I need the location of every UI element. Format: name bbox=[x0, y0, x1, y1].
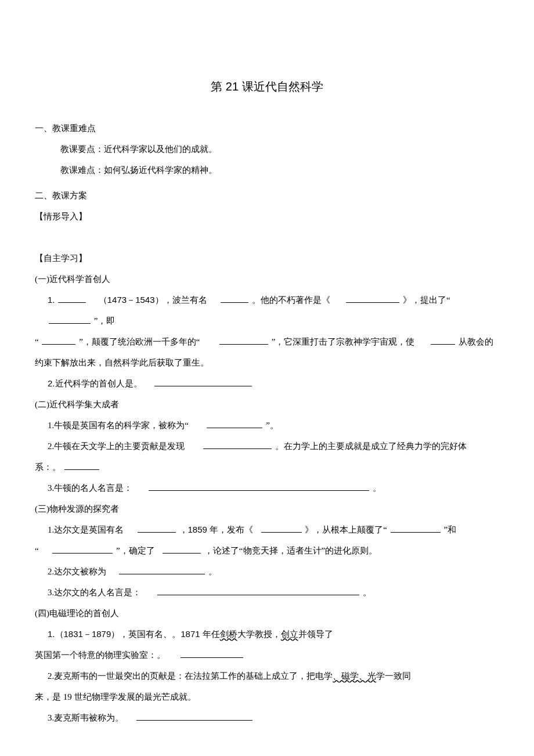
text: 英国第一个特意的物理实验室：。 bbox=[35, 650, 165, 660]
fill-blank[interactable] bbox=[138, 525, 176, 533]
self-study-heading: 【自主学习】 bbox=[35, 248, 499, 269]
q-4-1-line2: 英国第一个特意的物理实验室：。 bbox=[35, 645, 499, 665]
q-3-3: 3.达尔文的名人名言是： 。 bbox=[35, 582, 499, 603]
q-2-3: 3.牛顿的名人名言是： 。 bbox=[35, 478, 499, 498]
text: 2.牛顿在天文学上的主要贡献是发现 bbox=[48, 442, 185, 451]
fill-blank[interactable] bbox=[64, 462, 99, 471]
text: 》，从根本上颠覆了“ bbox=[305, 525, 387, 534]
situation-intro-heading: 【情形导入】 bbox=[35, 206, 499, 227]
fill-blank[interactable] bbox=[219, 337, 268, 345]
text: 系：。 bbox=[35, 462, 61, 472]
fill-blank[interactable] bbox=[49, 316, 91, 324]
text: 从教会的 bbox=[459, 337, 493, 346]
q-4-2-line1: 2.麦克斯韦的一世最突出的页献是：在法拉第工作的基础上成立了，把电学、磁学、光学… bbox=[35, 665, 499, 686]
text: ”，即 bbox=[94, 316, 116, 325]
q-2-2-line2: 系：。 bbox=[35, 457, 499, 478]
text: ”，它深重打击了宗教神学宇宙观，使 bbox=[272, 337, 415, 346]
q-1-2: 2.近代科学的首创人是。 bbox=[35, 373, 499, 394]
item-number: 1. bbox=[48, 295, 55, 305]
subsection-3-heading: (三)物种发源的探究者 bbox=[35, 498, 499, 519]
page: 第 21 课近代自然科学 一、教课重难点 教课要点：近代科学家以及他们的成就。 … bbox=[0, 0, 534, 756]
wavy-text: 创立 bbox=[281, 630, 298, 639]
fill-blank[interactable] bbox=[136, 712, 252, 721]
fill-blank[interactable] bbox=[157, 587, 359, 596]
teaching-point: 教课要点：近代科学家以及他们的成就。 bbox=[35, 139, 499, 160]
text: 1.达尔文是英国有名 bbox=[48, 525, 124, 534]
q-3-1-line2: “ ”，确定了 ，论述了“物竞天择，适者生计”的进化原则。 bbox=[35, 540, 499, 561]
q-2-1: 1.牛顿是英国有名的科学家，被称为“ ”。 bbox=[35, 415, 499, 436]
fill-blank[interactable] bbox=[42, 337, 75, 345]
text: 。 bbox=[363, 588, 371, 597]
subsection-4-heading: (四)电磁理论的首创人 bbox=[35, 603, 499, 624]
text: 1.（1831－1879），英国有名、。1871 年任 bbox=[48, 629, 220, 639]
text: 并领导了 bbox=[298, 630, 333, 639]
text: ”，确定了 bbox=[116, 546, 155, 555]
text: “ bbox=[35, 337, 39, 346]
text: ”和 bbox=[443, 525, 456, 534]
text: 。在力学上的主要成就是成立了经典力学的完好体 bbox=[275, 442, 467, 451]
q-1-1-line2: “ ”，颠覆了统治欧洲一千多年的“ ”，它深重打击了宗教神学宇宙观，使 从教会的 bbox=[35, 331, 499, 352]
text: ”，颠覆了统治欧洲一千多年的“ bbox=[79, 337, 200, 346]
section-1-heading: 一、教课重难点 bbox=[35, 118, 499, 139]
fill-blank[interactable] bbox=[221, 295, 248, 303]
text: “ bbox=[35, 546, 39, 555]
text: 。他的不朽著作是《 bbox=[252, 295, 330, 305]
text: ，论述了“物竞天择，适者生计”的进化原则。 bbox=[204, 546, 377, 555]
wavy-text: 、磁学、光 bbox=[333, 671, 376, 681]
text: 3.麦克斯韦被称为。 bbox=[48, 713, 124, 722]
text: 。 bbox=[208, 567, 217, 576]
fill-blank[interactable] bbox=[181, 650, 243, 659]
text: （1473－1543），波兰有名 bbox=[99, 295, 207, 305]
q-1-1-line1: 1. （1473－1543），波兰有名 。他的不朽著作是《 》，提出了“ ”，即 bbox=[35, 290, 499, 331]
fill-blank[interactable] bbox=[119, 566, 205, 575]
text: 学一致同 bbox=[376, 671, 411, 681]
text: 2.麦克斯韦的一世最突出的页献是：在法拉第工作的基础上成立了，把电学 bbox=[48, 671, 333, 681]
text: 大学教授， bbox=[237, 630, 281, 639]
section-2-heading: 二、教课方案 bbox=[35, 185, 499, 206]
teaching-difficulty: 教课难点：如何弘扬近代科学家的精神。 bbox=[35, 160, 499, 180]
text: 3.达尔文的名人名言是： bbox=[48, 588, 141, 597]
fill-blank[interactable] bbox=[431, 337, 455, 345]
fill-blank[interactable] bbox=[58, 295, 86, 303]
text: 》，提出了“ bbox=[403, 295, 450, 305]
fill-blank[interactable] bbox=[391, 525, 441, 533]
fill-blank[interactable] bbox=[149, 483, 369, 491]
q-2-2-line1: 2.牛顿在天文学上的主要贡献是发现 。在力学上的主要成就是成立了经典力学的完好体 bbox=[35, 436, 499, 457]
subsection-1-heading: (一)近代科学首创人 bbox=[35, 269, 499, 290]
fill-blank[interactable] bbox=[154, 378, 252, 387]
text: ，1859 年，发布《 bbox=[179, 525, 254, 534]
blank-gap bbox=[35, 227, 499, 248]
q-3-2: 2.达尔文被称为 。 bbox=[35, 561, 499, 582]
text: 1.牛顿是英国有名的科学家，被称为“ bbox=[48, 421, 189, 430]
wavy-text: 剑桥 bbox=[220, 630, 237, 639]
fill-blank[interactable] bbox=[207, 420, 262, 429]
q-4-3: 3.麦克斯韦被称为。 bbox=[35, 707, 499, 728]
fill-blank[interactable] bbox=[52, 545, 113, 554]
q-1-1-line3: 约束下解放出来，自然科学此后获取了重生。 bbox=[35, 352, 499, 373]
text: 3.牛顿的名人名言是： bbox=[48, 483, 132, 493]
text: 。 bbox=[373, 483, 381, 493]
text: 2.达尔文被称为 bbox=[48, 567, 106, 576]
lesson-title: 第 21 课近代自然科学 bbox=[35, 73, 499, 100]
q-4-2-line2: 来，是 19 世纪物理学发展的最光芒成就。 bbox=[35, 686, 499, 707]
fill-blank[interactable] bbox=[261, 525, 302, 533]
q-4-1-line1: 1.（1831－1879），英国有名、。1871 年任剑桥大学教授，创立并领导了 bbox=[35, 624, 499, 645]
fill-blank[interactable] bbox=[163, 545, 201, 554]
text: 2.近代科学的首创人是。 bbox=[48, 378, 142, 388]
fill-blank[interactable] bbox=[203, 441, 272, 450]
q-3-1-line1: 1.达尔文是英国有名 ，1859 年，发布《 》，从根本上颠覆了“ ”和 bbox=[35, 519, 499, 540]
fill-blank[interactable] bbox=[346, 295, 399, 303]
subsection-2-heading: (二)近代科学集大成者 bbox=[35, 394, 499, 415]
text: ”。 bbox=[266, 421, 279, 430]
